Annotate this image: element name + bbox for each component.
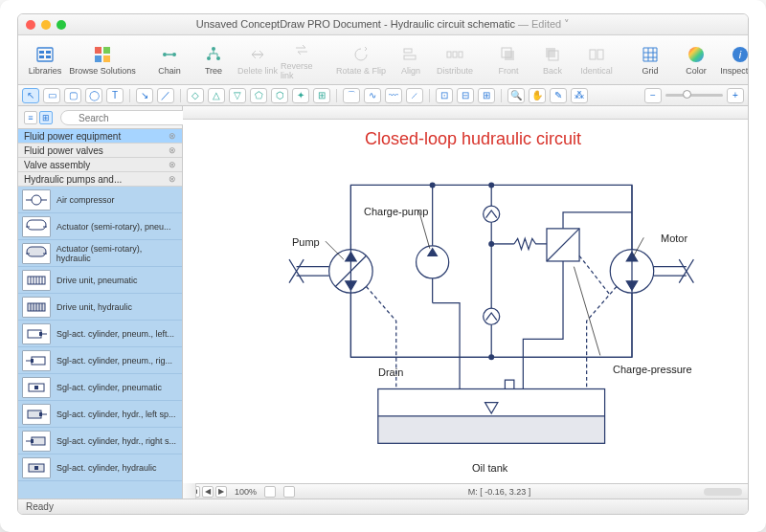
- grid-button[interactable]: Grid: [629, 38, 671, 82]
- line-tool[interactable]: ／: [157, 88, 174, 103]
- page-prev-icon[interactable]: ◀: [202, 486, 214, 498]
- minimize-window-button[interactable]: [41, 20, 51, 30]
- text-tool[interactable]: T: [106, 88, 124, 103]
- svg-point-28: [32, 195, 41, 205]
- label-drain: Drain: [378, 366, 403, 378]
- align-button[interactable]: Align: [390, 38, 432, 82]
- zoom-slider[interactable]: [665, 94, 723, 97]
- delete-link-button[interactable]: Delete link: [237, 38, 279, 82]
- edit-tool[interactable]: ✎: [550, 88, 567, 103]
- shape3-tool[interactable]: ▽: [229, 88, 246, 103]
- shape-item[interactable]: Sgl-act. cylinder, hydr., left sp...: [18, 401, 182, 428]
- ungroup-tool[interactable]: ⊟: [457, 88, 474, 103]
- zoom-in-tool[interactable]: 🔍: [507, 88, 525, 103]
- category-item[interactable]: Hydraulic pumps and...⊗: [18, 172, 182, 187]
- shape5-tool[interactable]: ⬡: [271, 88, 288, 103]
- dropper-tool[interactable]: ⁂: [571, 88, 588, 103]
- pan-tool[interactable]: ✋: [529, 88, 546, 103]
- zoom-window-button[interactable]: [56, 20, 66, 30]
- svg-rect-23: [590, 50, 596, 59]
- shape-item[interactable]: Sgl-act. cylinder, hydr., right s...: [18, 428, 182, 454]
- svg-rect-54: [378, 416, 605, 443]
- back-button[interactable]: Back: [531, 38, 574, 82]
- shape-item[interactable]: Actuator (semi-rotary), hydraulic: [18, 240, 182, 267]
- label-charge-pump: Charge-pump: [364, 206, 428, 217]
- shape1-tool[interactable]: ◇: [187, 88, 204, 103]
- shape-item[interactable]: Sgl-act. cylinder, pneum., rig...: [18, 347, 182, 374]
- svg-rect-38: [39, 412, 42, 416]
- grid-icon: [641, 45, 660, 64]
- identical-icon: [587, 45, 606, 64]
- pointer-tool[interactable]: ↖: [22, 88, 39, 103]
- distribute-icon: [445, 45, 464, 64]
- spline-tool[interactable]: 〰: [385, 88, 402, 103]
- close-icon[interactable]: ⊗: [169, 131, 176, 141]
- curve-tool[interactable]: ∿: [364, 88, 381, 103]
- snap-tool[interactable]: ⊞: [478, 88, 495, 103]
- roundrect-tool[interactable]: ▢: [64, 88, 81, 103]
- libraries-button[interactable]: Libraries: [24, 38, 66, 82]
- svg-rect-3: [39, 55, 44, 58]
- inspectors-button[interactable]: i Inspectors: [719, 38, 749, 82]
- svg-rect-4: [46, 55, 51, 58]
- shape7-tool[interactable]: ⊞: [313, 88, 330, 103]
- chain-button[interactable]: Chain: [148, 38, 191, 82]
- svg-point-9: [163, 53, 167, 56]
- svg-point-11: [212, 47, 215, 51]
- svg-rect-2: [46, 51, 51, 54]
- shape4-tool[interactable]: ⬠: [250, 88, 267, 103]
- group-tool[interactable]: ⊡: [436, 88, 453, 103]
- shape-item[interactable]: Air compressor: [18, 187, 182, 213]
- scroll-handle-icon[interactable]: [704, 488, 742, 496]
- shape-item[interactable]: Drive unit, hydraulic: [18, 294, 182, 321]
- svg-rect-40: [31, 439, 34, 443]
- category-item[interactable]: Fluid power valves⊗: [18, 144, 182, 158]
- align-icon: [401, 45, 420, 64]
- shape-thumb-icon: [22, 216, 51, 237]
- page-next-icon[interactable]: ▶: [215, 486, 227, 498]
- category-item[interactable]: Fluid power equipment⊗: [18, 129, 182, 144]
- shape6-tool[interactable]: ✦: [292, 88, 309, 103]
- zoom-in-icon[interactable]: +: [727, 88, 744, 103]
- browse-solutions-icon: [93, 45, 112, 64]
- poly-tool[interactable]: ⟋: [406, 88, 423, 103]
- zoom-out-icon[interactable]: −: [644, 88, 662, 103]
- shape-thumb-icon: [22, 243, 51, 264]
- close-icon[interactable]: ⊗: [169, 145, 176, 155]
- zoom-readout[interactable]: 100%: [235, 487, 257, 497]
- connector-tool[interactable]: ↘: [136, 88, 153, 103]
- shape2-tool[interactable]: △: [208, 88, 225, 103]
- svg-rect-8: [103, 55, 110, 62]
- page-tabs-icon[interactable]: [264, 486, 276, 498]
- distribute-button[interactable]: Distribute: [434, 38, 476, 82]
- tree-button[interactable]: Tree: [192, 38, 235, 82]
- close-icon[interactable]: ⊗: [169, 160, 176, 169]
- svg-point-13: [216, 56, 220, 60]
- ellipse-tool[interactable]: ◯: [85, 88, 102, 103]
- shape-item[interactable]: Actuator (semi-rotary), pneu...: [18, 213, 182, 240]
- view-list-icon[interactable]: ≡: [24, 111, 37, 124]
- shape-item[interactable]: Drive unit, pneumatic: [18, 267, 182, 294]
- rotate-flip-button[interactable]: Rotate & Flip: [334, 38, 388, 82]
- svg-point-12: [207, 56, 211, 60]
- svg-rect-32: [39, 332, 42, 336]
- svg-point-47: [430, 183, 435, 188]
- shape-item[interactable]: Sgl-act. cylinder, hydraulic: [18, 454, 182, 481]
- tree-icon: [204, 45, 223, 64]
- shape-list[interactable]: Air compressor Actuator (semi-rotary), p…: [18, 187, 182, 499]
- identical-button[interactable]: Identical: [575, 38, 618, 82]
- front-button[interactable]: Front: [487, 38, 529, 82]
- page-add-icon[interactable]: [283, 486, 295, 498]
- close-icon[interactable]: ⊗: [169, 174, 176, 184]
- close-window-button[interactable]: [26, 20, 35, 30]
- drawing-canvas[interactable]: Closed-loop hudraulic circuit: [183, 120, 748, 483]
- category-item[interactable]: Valve assembly⊗: [18, 158, 182, 172]
- view-grid-icon[interactable]: ⊞: [39, 111, 53, 124]
- arc-tool[interactable]: ⌒: [343, 88, 360, 103]
- reverse-link-button[interactable]: Reverse link: [281, 38, 323, 82]
- shape-item[interactable]: Sgl-act. cylinder, pneum., left...: [18, 321, 182, 347]
- shape-item[interactable]: Sgl-act. cylinder, pneumatic: [18, 374, 182, 401]
- rect-tool[interactable]: ▭: [43, 88, 60, 103]
- color-button[interactable]: Color: [675, 38, 717, 82]
- browse-solutions-button[interactable]: Browse Solutions: [68, 38, 137, 82]
